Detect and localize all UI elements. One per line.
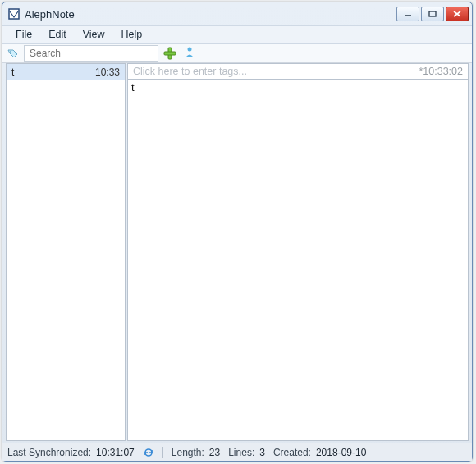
note-timestamp: *10:33:02: [419, 66, 463, 77]
svg-rect-5: [164, 52, 176, 55]
search-input[interactable]: [24, 45, 158, 62]
editor-content: t: [131, 81, 135, 94]
created-label: Created:: [273, 447, 311, 458]
editor-pane: Click here to enter tags... *10:33:02 t: [127, 63, 469, 441]
length-value: 23: [209, 447, 220, 458]
last-sync-label: Last Synchronized:: [7, 447, 91, 458]
app-icon: [7, 7, 21, 21]
created-value: 2018-09-10: [316, 447, 366, 458]
menu-edit[interactable]: Edit: [40, 27, 75, 42]
add-note-button[interactable]: [162, 45, 178, 62]
note-time: 10:33: [95, 67, 120, 78]
tags-placeholder: Click here to enter tags...: [133, 66, 247, 77]
toolbar: [2, 44, 472, 63]
menubar: File Edit View Help: [2, 25, 472, 44]
last-sync-value: 10:31:07: [96, 447, 135, 458]
titlebar[interactable]: AlephNote: [2, 2, 472, 25]
note-name: t: [11, 67, 14, 78]
lines-value: 3: [259, 447, 265, 458]
window-title: AlephNote: [25, 8, 396, 21]
svg-rect-2: [429, 11, 436, 16]
main-area: t 10:33 Click here to enter tags... *10:…: [2, 63, 472, 443]
person-icon: [185, 46, 195, 60]
length-label: Length:: [172, 447, 204, 458]
notes-list[interactable]: t 10:33: [6, 63, 126, 441]
menu-help[interactable]: Help: [113, 27, 151, 42]
maximize-button[interactable]: [421, 7, 444, 21]
tags-input[interactable]: Click here to enter tags... *10:33:02: [127, 63, 469, 80]
close-button[interactable]: [446, 7, 469, 21]
tag-icon[interactable]: [6, 46, 21, 61]
menu-view[interactable]: View: [75, 27, 113, 42]
menu-file[interactable]: File: [7, 27, 40, 42]
svg-point-3: [10, 51, 11, 53]
list-item[interactable]: t 10:33: [7, 64, 125, 80]
separator: [162, 447, 163, 458]
lines-label: Lines:: [228, 447, 254, 458]
statusbar: Last Synchronized: 10:31:07 Length: 23 L…: [2, 443, 472, 461]
app-window: AlephNote File Edit View Help: [2, 2, 473, 462]
window-controls: [396, 7, 469, 21]
svg-point-6: [188, 48, 192, 52]
sync-icon[interactable]: [143, 447, 154, 458]
editor-textarea[interactable]: t: [127, 80, 469, 441]
minimize-button[interactable]: [396, 7, 419, 21]
note-title-area[interactable]: [181, 46, 469, 60]
